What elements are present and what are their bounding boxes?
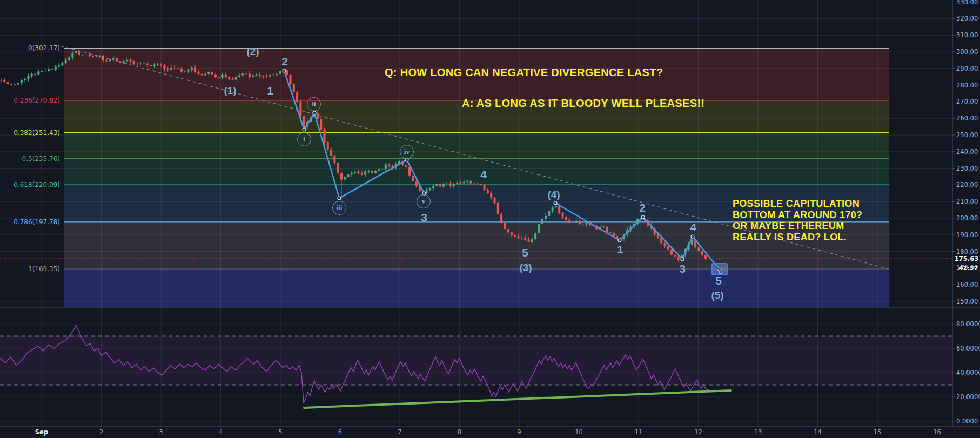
chart-canvas[interactable]	[0, 0, 980, 438]
candle-countdown-badge: 42:37	[957, 264, 979, 272]
selected-anchor-box[interactable]	[712, 264, 727, 275]
rsi-band	[0, 336, 952, 385]
trading-chart-window: Q: HOW LONG CAN NEGATIVE DIVERGENCE LAST…	[0, 0, 980, 438]
last-price-badge: 175.63	[954, 254, 979, 263]
